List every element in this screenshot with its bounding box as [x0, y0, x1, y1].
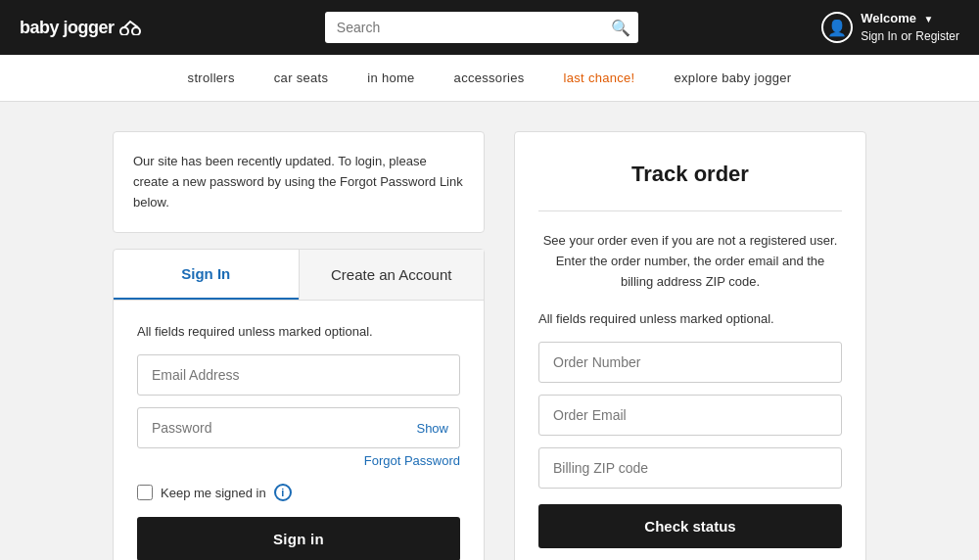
- track-box: Track order See your order even if you a…: [514, 131, 866, 560]
- logo[interactable]: baby jogger: [20, 18, 142, 38]
- keep-signed-checkbox[interactable]: [137, 485, 153, 500]
- forgot-password-anchor[interactable]: Forgot Password: [364, 453, 460, 468]
- auth-tabs: Sign In Create an Account: [114, 250, 484, 301]
- search-input[interactable]: [325, 12, 638, 43]
- account-links: Sign In or Register: [861, 27, 959, 45]
- main-content: Our site has been recently updated. To l…: [0, 102, 979, 560]
- nav-accessories[interactable]: accessories: [454, 70, 525, 85]
- main-nav: strollers car seats in home accessories …: [0, 55, 979, 102]
- order-number-field[interactable]: [538, 342, 842, 383]
- keep-signed-label: Keep me signed in: [161, 486, 266, 500]
- account-icon: 👤: [821, 12, 853, 43]
- welcome-label: Welcome ▼: [861, 10, 959, 27]
- nav-strollers[interactable]: strollers: [188, 70, 235, 85]
- auth-box: Sign In Create an Account All fields req…: [113, 249, 485, 560]
- sign-in-button[interactable]: Sign in: [137, 517, 460, 560]
- tab-create-account[interactable]: Create an Account: [299, 250, 485, 300]
- logo-icon: [118, 20, 142, 35]
- account-section: 👤 Welcome ▼ Sign In or Register: [821, 10, 959, 45]
- or-separator: or: [901, 28, 915, 43]
- auth-section: Our site has been recently updated. To l…: [113, 131, 485, 560]
- auth-form: All fields required unless marked option…: [114, 324, 484, 560]
- nav-car-seats[interactable]: car seats: [274, 70, 328, 85]
- fields-note: All fields required unless marked option…: [137, 324, 460, 339]
- nav-explore[interactable]: explore baby jogger: [675, 70, 792, 85]
- check-status-button[interactable]: Check status: [538, 504, 842, 548]
- track-divider: [538, 210, 842, 211]
- email-field[interactable]: [137, 354, 460, 396]
- header: baby jogger 🔍 👤 Welcome ▼ Sign In or Reg…: [0, 0, 979, 55]
- user-icon: 👤: [827, 19, 847, 37]
- track-fields-note: All fields required unless marked option…: [538, 311, 842, 326]
- keep-signed-in-row: Keep me signed in i: [137, 484, 460, 501]
- register-link[interactable]: Register: [915, 29, 959, 43]
- logo-text: baby jogger: [20, 18, 115, 38]
- svg-point-1: [132, 27, 140, 35]
- track-section: Track order See your order even if you a…: [514, 131, 866, 560]
- tab-sign-in[interactable]: Sign In: [114, 250, 299, 300]
- track-description: See your order even if you are not a reg…: [538, 231, 842, 292]
- sign-in-link[interactable]: Sign In: [861, 29, 897, 43]
- forgot-password-link: Forgot Password: [137, 452, 460, 468]
- order-email-field[interactable]: [538, 395, 842, 436]
- show-password-button[interactable]: Show: [416, 421, 448, 436]
- nav-last-chance[interactable]: last chance!: [564, 70, 635, 85]
- notice-box: Our site has been recently updated. To l…: [113, 131, 485, 233]
- chevron-down-icon: ▼: [924, 14, 934, 24]
- svg-point-0: [120, 27, 128, 35]
- account-text: Welcome ▼ Sign In or Register: [861, 10, 959, 45]
- password-field[interactable]: [137, 407, 460, 448]
- search-icon: 🔍: [611, 20, 630, 36]
- password-row: Show: [137, 407, 460, 448]
- nav-in-home[interactable]: in home: [367, 70, 414, 85]
- search-button[interactable]: 🔍: [611, 19, 630, 37]
- notice-text: Our site has been recently updated. To l…: [133, 152, 464, 212]
- track-title: Track order: [538, 162, 842, 187]
- search-container: 🔍: [325, 12, 638, 43]
- info-icon[interactable]: i: [274, 484, 292, 501]
- billing-zip-field[interactable]: [538, 447, 842, 489]
